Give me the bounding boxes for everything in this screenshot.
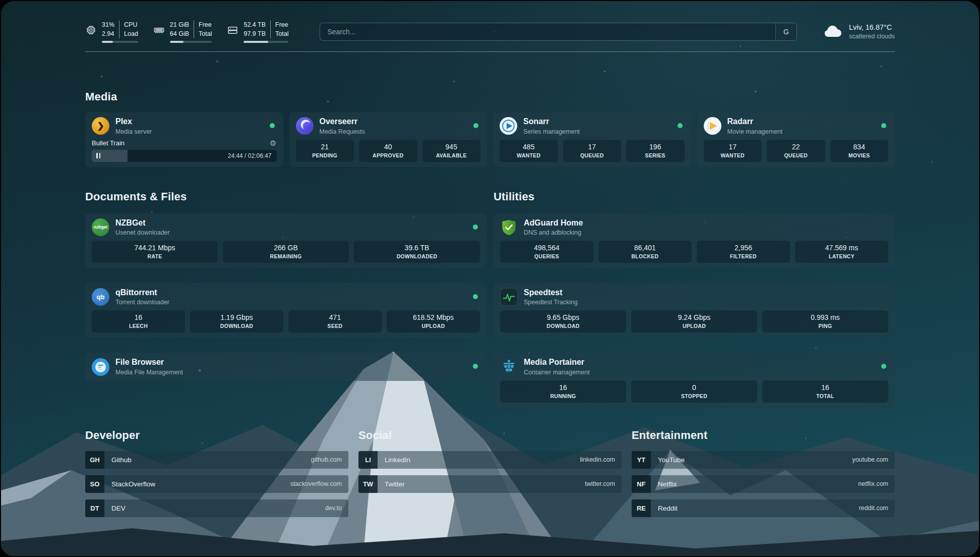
- bookmark-name: YouTube: [658, 456, 685, 464]
- stat-filtered: 2,956FILTERED: [697, 241, 790, 263]
- media-grid: ❯ Plex Media server Bullet Train ⚙: [85, 112, 895, 166]
- bookmark-abbr: YT: [632, 451, 651, 469]
- bookmark-url: stackoverflow.com: [290, 480, 342, 487]
- stat-leech: 16LEECH: [92, 310, 185, 332]
- section-documents: Documents & Files nzbget NZBGet Usenet d…: [85, 190, 486, 381]
- qbittorrent-icon: qb: [92, 288, 109, 306]
- bookmark-twitter[interactable]: TW Twitter twitter.com: [358, 475, 622, 493]
- bookmark-url: youtube.com: [852, 456, 888, 463]
- bookmark-abbr: RE: [632, 499, 651, 517]
- app-card-qbittorrent[interactable]: qb qBittorrent Torrent downloader 16LEEC…: [85, 283, 486, 338]
- app-name: Media Portainer: [524, 358, 590, 367]
- bookmark-group-entertainment: Entertainment YT YouTube youtube.com NF …: [632, 429, 895, 524]
- stat-wanted: 17WANTED: [704, 140, 762, 162]
- app-card-speedtest[interactable]: Speedtest Speedtest Tracking 9.65 GbpsDO…: [494, 283, 895, 338]
- playback-progress-bar[interactable]: 24:44 / 02:06:47: [92, 150, 277, 162]
- stat-rate: 744.21 MbpsRATE: [92, 241, 218, 263]
- stat-remaining: 266 GBREMAINING: [223, 241, 349, 263]
- stat-approved: 40APPROVED: [359, 140, 417, 162]
- search-engine-button[interactable]: G: [775, 23, 797, 40]
- bookmark-url: github.com: [311, 456, 342, 463]
- section-title-media: Media: [85, 90, 895, 103]
- storage-icon: [227, 24, 238, 36]
- bookmark-name: StackOverflow: [111, 480, 155, 488]
- storage-values: 52.4 TB97.9 TB: [243, 20, 270, 38]
- section-title-documents: Documents & Files: [85, 190, 486, 203]
- stat-running: 16RUNNING: [500, 380, 626, 403]
- app-subtitle: Usenet downloader: [115, 229, 170, 236]
- app-name: Plex: [115, 117, 152, 126]
- stat-movies: 834MOVIES: [830, 140, 889, 162]
- storage-labels: FreeTotal: [270, 20, 288, 38]
- stat-download: 1.19 GbpsDOWNLOAD: [190, 310, 283, 332]
- section-utilities: Utilities AdGuard Home DNS and adblockin…: [494, 190, 895, 408]
- app-card-plex[interactable]: ❯ Plex Media server Bullet Train ⚙: [85, 112, 283, 166]
- section-title-utilities: Utilities: [494, 190, 895, 203]
- storage-metric: 52.4 TB97.9 TB FreeTotal: [227, 20, 288, 43]
- app-card-nzbget[interactable]: nzbget NZBGet Usenet downloader 744.21 M…: [85, 213, 486, 268]
- app-card-portainer[interactable]: Media Portainer Container management 16R…: [494, 353, 895, 407]
- header-divider: [85, 51, 895, 52]
- bookmark-group-title: Developer: [85, 429, 348, 442]
- app-name: NZBGet: [115, 218, 170, 228]
- bookmark-dev[interactable]: DT DEV dev.to: [85, 499, 348, 517]
- stat-total: 16TOTAL: [762, 380, 888, 403]
- adguard-icon: [500, 218, 518, 236]
- app-name: AdGuard Home: [524, 218, 583, 228]
- bookmark-group-title: Social: [358, 429, 622, 442]
- bookmark-abbr: NF: [632, 475, 651, 493]
- stat-queued: 17QUEUED: [563, 140, 622, 162]
- bookmark-url: dev.to: [325, 505, 342, 512]
- bookmark-url: linkedin.com: [580, 456, 615, 463]
- gear-icon[interactable]: ⚙: [270, 139, 276, 147]
- bookmark-name: LinkedIn: [385, 456, 410, 464]
- nzbget-icon: nzbget: [92, 218, 109, 236]
- cpu-values: 31%2.94: [102, 20, 119, 38]
- bookmark-name: Reddit: [658, 505, 678, 512]
- app-card-adguard[interactable]: AdGuard Home DNS and adblocking 498,564Q…: [494, 213, 895, 268]
- weather-condition: scattered clouds: [849, 33, 895, 40]
- app-card-overseerr[interactable]: Overseerr Media Requests 21PENDING 40APP…: [289, 112, 487, 166]
- app-card-sonarr[interactable]: Sonarr Series management 485WANTED 17QUE…: [493, 112, 691, 166]
- app-card-filebrowser[interactable]: File Browser Media File Management: [85, 353, 486, 380]
- weather-widget: Lviv, 16.87°C scattered clouds: [823, 23, 895, 40]
- filebrowser-icon: [92, 358, 109, 376]
- bookmark-youtube[interactable]: YT YouTube youtube.com: [632, 451, 895, 469]
- app-card-radarr[interactable]: Radarr Movie management 17WANTED 22QUEUE…: [697, 112, 895, 166]
- bookmark-group-title: Entertainment: [632, 429, 895, 442]
- stat-upload: 618.52 MbpsUPLOAD: [387, 310, 480, 332]
- portainer-icon: [500, 358, 518, 376]
- dashboard-content: 31%2.94 CPULoad: [1, 1, 979, 556]
- stat-queries: 498,564QUERIES: [500, 241, 593, 263]
- bookmark-url: reddit.com: [859, 505, 888, 512]
- bookmark-abbr: DT: [85, 499, 104, 517]
- app-subtitle: Media Requests: [320, 128, 365, 135]
- memory-metric: 21 GiB64 GiB FreeTotal: [153, 20, 212, 43]
- app-subtitle: Speedtest Tracking: [524, 299, 578, 306]
- system-metrics: 31%2.94 CPULoad: [85, 20, 288, 43]
- app-subtitle: DNS and adblocking: [524, 229, 583, 236]
- app-subtitle: Media server: [115, 128, 152, 135]
- bookmark-url: twitter.com: [585, 480, 615, 487]
- pause-icon[interactable]: [96, 153, 100, 158]
- bookmark-linkedin[interactable]: LI LinkedIn linkedin.com: [358, 451, 622, 469]
- plex-icon: ❯: [92, 117, 109, 135]
- stat-series: 196SERIES: [626, 140, 685, 162]
- search-input[interactable]: [320, 23, 775, 40]
- memory-usage-bar: [170, 41, 212, 43]
- bookmark-name: Github: [111, 456, 132, 464]
- bookmark-netflix[interactable]: NF Netflix netflix.com: [632, 475, 895, 493]
- cpu-labels: CPULoad: [119, 20, 138, 38]
- stat-available: 945AVAILABLE: [422, 140, 481, 162]
- cpu-chip-icon: [85, 24, 97, 36]
- playback-time: 24:44 / 02:06:47: [228, 152, 272, 159]
- dashboard-screen: 31%2.94 CPULoad: [1, 1, 979, 556]
- stat-ping: 0.993 msPING: [762, 310, 888, 332]
- bookmark-stackoverflow[interactable]: SO StackOverflow stackoverflow.com: [85, 475, 348, 493]
- stat-stopped: 0STOPPED: [631, 380, 757, 403]
- bookmark-reddit[interactable]: RE Reddit reddit.com: [632, 499, 895, 517]
- radarr-icon: [704, 117, 721, 135]
- bookmark-abbr: SO: [85, 475, 104, 493]
- bookmark-group-developer: Developer GH Github github.com SO StackO…: [85, 429, 348, 524]
- bookmark-github[interactable]: GH Github github.com: [85, 451, 348, 469]
